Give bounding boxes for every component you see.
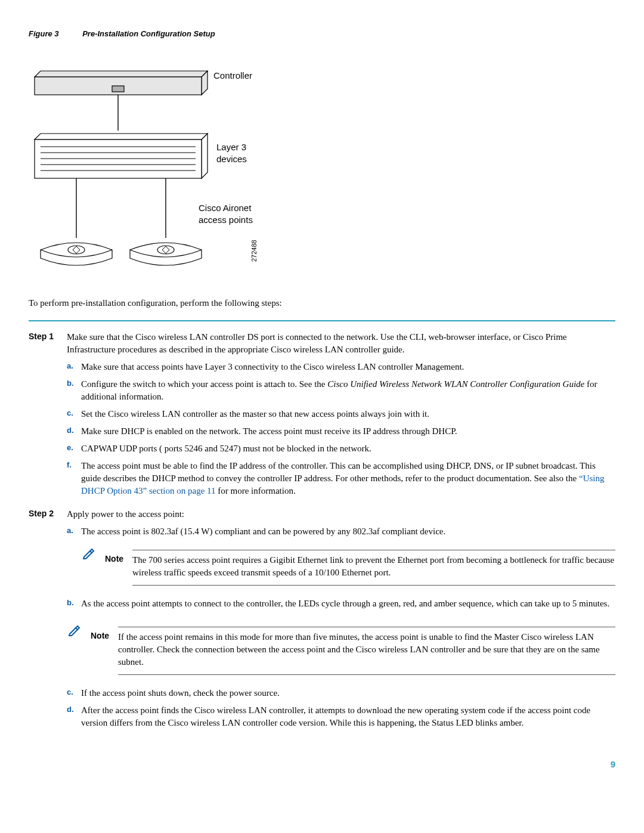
svg-rect-3	[112, 86, 124, 92]
step2-a: a.The access point is 802.3af (15.4 W) c…	[67, 525, 615, 538]
note-2: Note If the access point remains in this…	[67, 621, 615, 679]
note-1: Note The 700 series access point require…	[81, 544, 615, 589]
step1-d: d.Make sure DHCP is enabled on the netwo…	[67, 425, 615, 438]
note-2-text: If the access point remains in this mode…	[118, 632, 600, 667]
figure-diagram: Controller Layer 3 devices Cisco Aironet…	[29, 50, 615, 283]
step2-c: c.If the access point shuts down, check …	[67, 687, 615, 699]
svg-marker-5	[35, 134, 208, 140]
note-2-label: Note	[91, 621, 118, 642]
note-1-label: Note	[105, 544, 132, 565]
step2-d: d.After the access point finds the Cisco…	[67, 704, 615, 729]
step-2: Step 2 Apply power to the access point: …	[29, 508, 615, 615]
svg-marker-0	[35, 71, 208, 77]
step-2-label: Step 2	[29, 508, 67, 520]
controller-label: Controller	[213, 70, 252, 80]
pencil-icon	[81, 544, 105, 561]
svg-marker-6	[202, 134, 208, 178]
pencil-icon	[67, 621, 91, 637]
step-1-body: Make sure that the Cisco wireless LAN co…	[67, 332, 567, 354]
figure-caption: Figure 3 Pre-Installation Configuration …	[29, 29, 615, 39]
step1-c: c.Set the Cisco wireless LAN controller …	[67, 408, 615, 420]
step-2-body: Apply power to the access point:	[67, 509, 184, 519]
step-1-label: Step 1	[29, 331, 67, 343]
svg-line-18	[76, 628, 78, 630]
step1-e: e.CAPWAP UDP ports ( ports 5246 and 5247…	[67, 442, 615, 455]
ap-label-2: access points	[199, 215, 253, 225]
figure-title: Pre-Installation Configuration Setup	[82, 29, 215, 38]
note-1-text: The 700 series access point requires a G…	[132, 555, 614, 577]
step2-b: b.As the access point attempts to connec…	[67, 597, 615, 610]
figure-ref: 272488	[250, 240, 258, 262]
ap-label-1: Cisco Aironet	[199, 203, 252, 213]
layer3-label-1: Layer 3	[216, 142, 246, 152]
page-number: 9	[29, 758, 615, 770]
intro-text: To perform pre-installation configuratio…	[29, 297, 615, 309]
svg-line-17	[90, 551, 92, 553]
step1-b: b.Configure the switch to which your acc…	[67, 378, 615, 403]
step-1: Step 1 Make sure that the Cisco wireless…	[29, 331, 615, 502]
step1-a: a.Make sure that access points have Laye…	[67, 361, 615, 373]
figure-number: Figure 3	[29, 29, 59, 38]
section-rule	[29, 320, 615, 321]
layer3-label-2: devices	[216, 154, 247, 164]
step1-f: f.The access point must be able to find …	[67, 460, 615, 497]
